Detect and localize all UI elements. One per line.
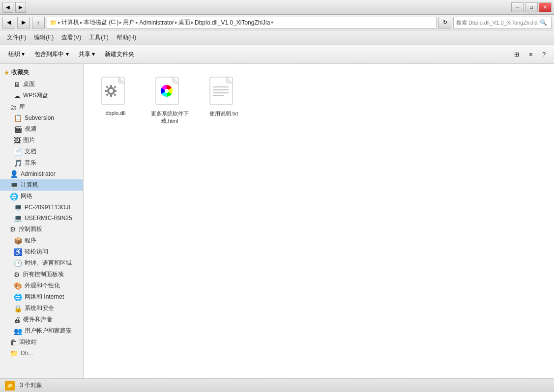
sidebar-item-appearance[interactable]: 🎨 外观和个性化 [0,280,83,291]
subversion-icon: 📋 [14,114,22,122]
breadcrumb[interactable]: 📁 ▸ 计算机 ▸ 本地磁盘 (C:) ▸ 用户 ▸ Administrator… [47,17,437,28]
action-toolbar: 组织 ▾ 包含到库中 ▾ 共享 ▾ 新建文件夹 ⊞ ≡ ? [0,45,554,64]
menu-help[interactable]: 帮助(H) [114,32,140,43]
breadcrumb-drive[interactable]: 本地磁盘 (C:) [84,18,118,27]
address-bar: ◀ ▶ ↑ 📁 ▸ 计算机 ▸ 本地磁盘 (C:) ▸ 用户 ▸ Adminis… [0,15,554,30]
back-button[interactable]: ◀ [2,17,15,28]
sidebar-item-user-accounts[interactable]: 👥 用户帐户和家庭安 [0,325,83,336]
help-pane-button[interactable]: ? [538,48,550,61]
system-security-icon: 🔒 [14,305,22,312]
forward-button[interactable]: ▶ [17,17,30,28]
organize-button[interactable]: 组织 ▾ [4,48,29,61]
status-bar: 📁 3 个对象 [0,378,554,392]
sidebar: ★ 收藏夹 🖥 桌面 ☁ WPS网盘 🗂 库 📋 Subversion 🎬 视频… [0,64,84,378]
main-area: ★ 收藏夹 🖥 桌面 ☁ WPS网盘 🗂 库 📋 Subversion 🎬 视频… [0,64,554,378]
sidebar-item-all-control[interactable]: ⚙ 所有控制面板项 [0,269,83,280]
refresh-button[interactable]: ↻ [438,17,451,28]
accessibility-icon: ♿ [14,248,22,256]
svg-rect-7 [105,90,107,92]
desktop-icon: 🖥 [14,81,21,88]
dll-file-label: dbplo.dll [106,110,126,116]
control-panel-icon: ⚙ [10,225,16,233]
file-item-html[interactable]: 更多系统软件下 载.html [147,74,192,127]
menu-file[interactable]: 文件(F) [4,32,29,43]
status-count: 3 个对象 [20,381,42,390]
menu-edit[interactable]: 编辑(E) [31,32,57,43]
breadcrumb-user[interactable]: 用户 [123,18,135,27]
svg-point-16 [165,89,169,93]
sidebar-item-administrator[interactable]: 👤 Administrator [0,168,83,179]
dll-file-icon [100,76,131,108]
admin-icon: 👤 [10,170,18,178]
up-button[interactable]: ↑ [32,17,45,28]
sidebar-item-accessibility[interactable]: ♿ 轻松访问 [0,246,83,257]
sidebar-item-bottom[interactable]: 📁 Db... [0,348,83,359]
pc1-icon: 💻 [14,203,22,211]
user-accounts-icon: 👥 [14,327,22,335]
sidebar-item-system-security[interactable]: 🔒 系统和安全 [0,303,83,314]
breadcrumb-desktop[interactable]: 桌面 [178,18,190,27]
nav-forward-button[interactable]: ▶ [15,2,26,13]
title-bar: ◀ ▶ ─ □ ✕ [0,0,554,15]
sidebar-item-pc2[interactable]: 💻 USERMIC-R9N25 [0,213,83,224]
include-button[interactable]: 包含到库中 ▾ [30,48,73,61]
menu-view[interactable]: 查看(V) [58,32,84,43]
file-item-dll[interactable]: dbplo.dll [93,74,138,127]
title-bar-left: ◀ ▶ [2,2,26,13]
status-folder-icon: 📁 [5,381,15,391]
sidebar-library-header[interactable]: 🗂 库 [0,101,83,112]
sidebar-item-hardware[interactable]: 🖨 硬件和声音 [0,314,83,325]
share-button[interactable]: 共享 ▾ [74,48,99,61]
search-input[interactable] [456,20,540,26]
close-button[interactable]: ✕ [539,2,552,12]
view-mode-button[interactable]: ⊞ [510,48,524,61]
sidebar-favorites-header[interactable]: ★ 收藏夹 [0,66,83,79]
sidebar-item-music[interactable]: 🎵 音乐 [0,157,83,168]
sidebar-item-pc1[interactable]: 💻 PC-20991113OJI [0,202,83,213]
sidebar-item-computer[interactable]: 💻 计算机 [0,179,83,191]
clock-icon: 🕐 [14,259,22,267]
sidebar-item-image[interactable]: 🖼 图片 [0,135,83,146]
library-icon: 🗂 [10,103,17,111]
file-area: dbplo.dll 更多系统 [84,64,554,378]
computer-icon: 💻 [10,181,18,189]
sidebar-item-programs[interactable]: 📦 程序 [0,235,83,246]
video-icon: 🎬 [14,125,22,133]
svg-rect-6 [110,94,112,97]
search-box[interactable]: 🔍 [453,17,552,28]
search-icon: 🔍 [540,19,547,26]
title-bar-controls: ─ □ ✕ [511,2,552,12]
network-icon: 🌐 [10,193,18,200]
svg-rect-8 [114,90,117,92]
sidebar-item-wps[interactable]: ☁ WPS网盘 [0,90,83,101]
breadcrumb-admin[interactable]: Administrator [139,19,174,26]
minimize-button[interactable]: ─ [511,2,524,12]
nav-back-button[interactable]: ◀ [2,2,13,13]
programs-icon: 📦 [14,237,22,245]
sidebar-item-desktop[interactable]: 🖥 桌面 [0,79,83,90]
sidebar-item-video[interactable]: 🎬 视频 [0,123,83,135]
breadcrumb-folder[interactable]: Dbplo.dll_V1.0_XiTongZhiJia [195,19,270,26]
new-folder-button[interactable]: 新建文件夹 [100,48,139,61]
recycle-icon: 🗑 [10,338,17,346]
svg-point-4 [109,89,113,93]
document-icon: 📄 [14,148,22,156]
sidebar-item-document[interactable]: 📄 文档 [0,146,83,157]
hardware-icon: 🖨 [14,316,21,324]
sidebar-item-recycle[interactable]: 🗑 回收站 [0,336,83,348]
sidebar-item-clock[interactable]: 🕐 时钟、语言和区域 [0,257,83,269]
txt-file-label: 使用说明.txt [209,110,238,117]
menu-tools[interactable]: 工具(T) [86,32,111,43]
txt-file-icon [208,76,239,108]
sidebar-item-subversion[interactable]: 📋 Subversion [0,112,83,123]
sidebar-item-control-panel[interactable]: ⚙ 控制面板 [0,224,83,235]
maximize-button[interactable]: □ [525,2,538,12]
wps-icon: ☁ [14,92,21,100]
file-item-txt[interactable]: 使用说明.txt [202,74,246,127]
sidebar-item-network-internet[interactable]: 🌐 网络和 Internet [0,291,83,303]
html-file-icon [154,76,185,108]
music-icon: 🎵 [14,159,22,167]
breadcrumb-computer[interactable]: 计算机 [61,18,79,27]
view-details-button[interactable]: ≡ [525,48,537,61]
sidebar-item-network[interactable]: 🌐 网络 [0,191,83,202]
